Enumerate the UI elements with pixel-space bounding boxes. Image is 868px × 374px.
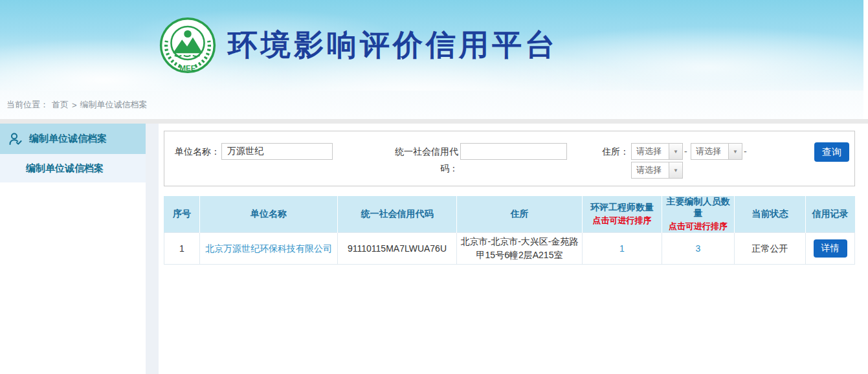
table-row: 1 北京万源世纪环保科技有限公司 91110115MA7LWUA76U 北京市-… — [164, 233, 855, 265]
cell-credit-code: 91110115MA7LWUA76U — [338, 233, 457, 265]
sidebar-item-credit-archive[interactable]: 编制单位诚信档案 — [0, 124, 146, 154]
sort-hint: 点击可进行排序 — [662, 221, 734, 232]
cell-index: 1 — [164, 233, 200, 265]
address-label: 住所： — [579, 143, 629, 160]
breadcrumb-home-link[interactable]: 首页 — [52, 99, 69, 111]
col-index: 序号 — [164, 196, 200, 233]
breadcrumb-separator: > — [72, 100, 77, 110]
editor-count-link[interactable]: 3 — [696, 243, 701, 254]
district-select-value: 请选择 — [632, 164, 669, 176]
unit-name-link[interactable]: 北京万源世纪环保科技有限公司 — [205, 243, 332, 254]
province-select[interactable]: 请选择 ▼ — [631, 143, 683, 160]
unit-name-input[interactable] — [221, 143, 333, 160]
divider — [0, 119, 868, 124]
mee-logo-icon: MEE — [159, 17, 216, 74]
col-unit-name: 单位名称 — [200, 196, 338, 233]
query-button[interactable]: 查询 — [814, 142, 849, 162]
breadcrumb-current: 编制单位诚信档案 — [80, 99, 148, 111]
cell-status: 正常公开 — [735, 233, 806, 265]
header-banner: MEE 环境影响评价信用平台 — [0, 0, 863, 91]
engineer-count-link[interactable]: 1 — [619, 243, 625, 254]
address-dash-2: - — [744, 143, 747, 160]
city-select-value: 请选择 — [691, 146, 728, 157]
breadcrumb: 当前位置： 首页 > 编制单位诚信档案 — [0, 91, 863, 119]
district-select[interactable]: 请选择 ▼ — [631, 162, 683, 179]
sidebar-subitem-credit-archive[interactable]: 编制单位诚信档案 — [0, 154, 146, 182]
search-panel: 单位名称： 统一社会信用代码： 住所： 请选择 ▼ - 请选择 ▼ - 请选择 … — [164, 131, 855, 186]
chevron-down-icon[interactable]: ▼ — [669, 144, 682, 159]
site-title: 环境影响评价信用平台 — [228, 25, 558, 65]
detail-button[interactable]: 详情 — [814, 239, 847, 258]
credit-code-input[interactable] — [460, 143, 567, 160]
breadcrumb-label: 当前位置： — [6, 99, 49, 111]
city-select[interactable]: 请选择 ▼ — [691, 143, 742, 160]
page: MEE 环境影响评价信用平台 当前位置： 首页 > 编制单位诚信档案 编制单位诚… — [0, 0, 863, 374]
sidebar: 编制单位诚信档案 编制单位诚信档案 — [0, 124, 146, 374]
col-address: 住所 — [457, 196, 583, 233]
user-check-icon — [8, 131, 23, 147]
sidebar-gap — [146, 124, 159, 374]
col-status: 当前状态 — [735, 196, 806, 233]
cell-address: 北京市-北京市-大兴区-金苑路甲15号6幢2层A215室 — [457, 233, 583, 265]
mee-logo-text: MEE — [180, 64, 196, 72]
main-content: 单位名称： 统一社会信用代码： 住所： 请选择 ▼ - 请选择 ▼ - 请选择 … — [159, 124, 863, 374]
chevron-down-icon[interactable]: ▼ — [669, 162, 682, 178]
col-engineer-count-sort[interactable]: 环评工程师数量 点击可进行排序 — [583, 196, 662, 233]
credit-code-label: 统一社会信用代码： — [378, 143, 458, 177]
col-credit-code: 统一社会信用代码 — [338, 196, 457, 233]
chevron-down-icon[interactable]: ▼ — [728, 144, 742, 159]
address-dash-1: - — [684, 143, 687, 160]
sidebar-subitem-label: 编制单位诚信档案 — [26, 162, 104, 175]
province-select-value: 请选择 — [632, 146, 669, 157]
unit-name-label: 单位名称： — [171, 143, 220, 160]
col-credit-record: 信用记录 — [806, 196, 855, 233]
sort-hint: 点击可进行排序 — [583, 215, 662, 226]
table-header-row: 序号 单位名称 统一社会信用代码 住所 环评工程师数量 点击可进行排序 主要编制… — [164, 196, 855, 233]
sidebar-item-label: 编制单位诚信档案 — [29, 133, 107, 145]
col-editor-count-sort[interactable]: 主要编制人员数量 点击可进行排序 — [662, 196, 735, 233]
results-table: 序号 单位名称 统一社会信用代码 住所 环评工程师数量 点击可进行排序 主要编制… — [164, 196, 855, 265]
